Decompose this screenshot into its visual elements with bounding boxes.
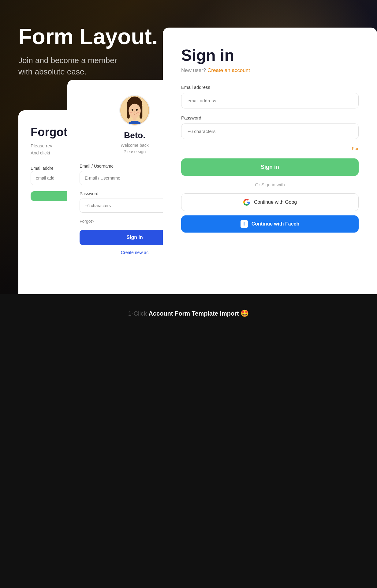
signin-title: Sign in	[181, 46, 359, 64]
svg-point-5	[132, 109, 133, 111]
hero-subtitle: Join and become a memberwith absolute ea…	[18, 55, 141, 77]
bottom-bar: 1-Click Account Form Template Import 🤩	[0, 294, 377, 333]
signin-email-label: Email address	[181, 85, 359, 90]
signin-new-user-text: New user? Create an account	[181, 67, 359, 74]
signin-forgot-link[interactable]: For	[181, 146, 359, 151]
google-icon	[243, 199, 250, 206]
signin-email-input[interactable]	[181, 93, 359, 108]
svg-point-4	[129, 104, 141, 118]
cards-container: Forgot Please revAnd clicki Email addre	[0, 43, 377, 294]
signin-password-label: Password	[181, 115, 359, 120]
or-signin-text: Or Sign in with	[181, 182, 359, 187]
svg-point-6	[136, 109, 138, 111]
signin-button[interactable]: Sign in	[181, 158, 359, 176]
new-user-label: New user?	[181, 67, 206, 73]
svg-point-9	[137, 112, 139, 113]
create-account-link[interactable]: Create an account	[207, 67, 250, 73]
bottom-strong-text: Account Form Template Import	[148, 310, 239, 317]
bottom-prefix: 1-Click	[128, 310, 147, 317]
bottom-emoji: 🤩	[241, 309, 249, 317]
svg-point-7	[134, 112, 135, 112]
hero-title: Form Layout.	[18, 25, 158, 49]
facebook-signin-button[interactable]: f Continue with Faceb	[181, 215, 359, 233]
facebook-icon: f	[241, 220, 248, 228]
avatar	[119, 95, 150, 126]
google-signin-button[interactable]: Continue with Goog	[181, 193, 359, 211]
forgot-email-label: Email addre	[31, 166, 54, 171]
avatar-image	[121, 97, 148, 124]
signin-card: Sign in New user? Create an account Emai…	[163, 28, 377, 294]
signin-password-input[interactable]	[181, 123, 359, 139]
google-button-text: Continue with Goog	[254, 199, 297, 205]
svg-rect-10	[133, 117, 136, 121]
facebook-button-text: Continue with Faceb	[252, 221, 299, 227]
svg-point-8	[130, 112, 133, 113]
bottom-text: 1-Click Account Form Template Import 🤩	[0, 309, 377, 317]
hero-section: Form Layout. Join and become a memberwit…	[0, 0, 377, 294]
hero-text-block: Form Layout. Join and become a memberwit…	[18, 25, 158, 77]
